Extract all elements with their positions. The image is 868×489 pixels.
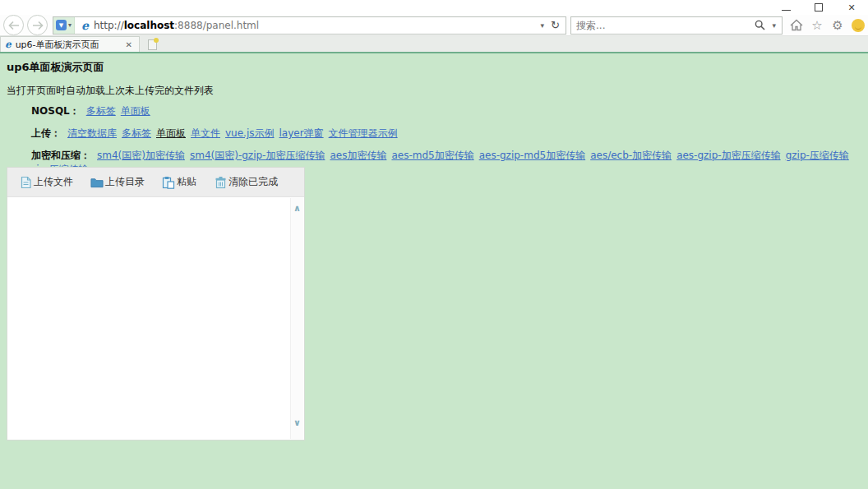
demo-link[interactable]: aes-md5加密传输 [391, 150, 473, 161]
upload-folder-icon [90, 176, 104, 189]
refresh-icon[interactable]: ↻ [551, 19, 560, 31]
upload-folder-button[interactable]: 上传目录 [87, 173, 148, 191]
close-icon: ✕ [847, 2, 855, 13]
search-box: ▾ [570, 16, 783, 35]
toolbar-button-label: 清除已完成 [229, 175, 278, 189]
search-icon[interactable] [755, 20, 765, 30]
toolbar-button-label: 上传目录 [105, 175, 145, 189]
demo-row-label: 上传： [31, 127, 61, 139]
paste-icon [162, 176, 175, 189]
forward-button[interactable] [27, 15, 48, 35]
scroll-up-icon[interactable]: ∧ [293, 204, 301, 213]
site-zone-button[interactable]: ▼ ▾ [53, 17, 75, 34]
demo-link[interactable]: 单文件 [191, 127, 220, 139]
home-button[interactable] [789, 18, 804, 33]
url-host: localhost [124, 20, 174, 31]
demo-link[interactable]: 多标签 [122, 127, 151, 139]
clear-completed-button[interactable]: 清除已完成 [210, 173, 281, 191]
forward-arrow-icon [32, 21, 44, 30]
demo-link[interactable]: sm4(国密)-gzip-加密压缩传输 [190, 150, 325, 161]
page-content: up6单面板演示页面 当打开页面时自动加载上次未上传完的文件列表 NOSQL：多… [0, 53, 868, 489]
demo-row-label: NOSQL： [31, 105, 80, 117]
maximize-icon [815, 3, 823, 12]
demo-link-row: 上传：清空数据库多标签单面板单文件vue.js示例layer弹窗文件管理器示例 [31, 127, 868, 141]
toolbar-button-label: 上传文件 [34, 175, 73, 189]
back-arrow-icon [8, 21, 20, 30]
feedback-button[interactable] [851, 18, 866, 33]
maximize-button[interactable] [814, 2, 824, 12]
new-tab-button[interactable] [143, 38, 161, 51]
demo-link[interactable]: aes-gzip-md5加密传输 [479, 150, 585, 161]
demo-link[interactable]: 清空数据库 [67, 127, 117, 139]
search-input[interactable] [571, 20, 749, 31]
minimize-icon [782, 5, 791, 11]
new-tab-icon [148, 39, 157, 50]
demo-link[interactable]: sm4(国密)加密传输 [97, 150, 185, 161]
star-icon: ☆ [811, 18, 822, 33]
gear-icon: ⚙ [832, 18, 843, 33]
clear-completed-icon [214, 176, 227, 189]
toolbar-button-label: 粘贴 [177, 175, 196, 189]
demo-link[interactable]: aes-gzip-加密压缩传输 [676, 150, 781, 161]
upload-file-list: ∧ ∨ [7, 197, 304, 440]
smiley-icon [852, 19, 865, 32]
demo-link[interactable]: 单面板 [121, 105, 150, 117]
upload-file-icon [19, 176, 32, 189]
site-favicon-icon: e [81, 19, 89, 32]
tab-favicon-icon: e [5, 39, 12, 50]
demo-link-row: NOSQL：多标签单面板 [31, 104, 868, 118]
address-bar[interactable]: ▼ ▾ e http://localhost:8888/panel.html ▾… [53, 16, 566, 35]
demo-row-label: 加密和压缩： [31, 150, 90, 161]
zone-caret-icon: ▾ [68, 21, 72, 29]
tab-bar: e up6-单面板演示页面 ✕ [0, 36, 868, 52]
demo-link[interactable]: 单面板 [156, 127, 186, 139]
browser-window: ✕ ▼ ▾ e http://localhost:8888/panel.html… [0, 0, 868, 489]
demo-link[interactable]: gzip-压缩传输 [786, 150, 849, 161]
url-protocol: http:// [94, 20, 124, 31]
favorites-button[interactable]: ☆ [810, 18, 824, 33]
navigation-bar: ▼ ▾ e http://localhost:8888/panel.html ▾… [0, 15, 868, 36]
home-icon [790, 19, 803, 31]
upload-file-button[interactable]: 上传文件 [16, 173, 76, 191]
demo-link[interactable]: aes加密传输 [330, 150, 386, 161]
paste-button[interactable]: 粘贴 [159, 173, 200, 191]
url-path: :8888/panel.html [174, 20, 259, 31]
settings-button[interactable]: ⚙ [830, 18, 845, 33]
back-button[interactable] [3, 15, 24, 35]
window-titlebar: ✕ [0, 0, 868, 15]
demo-link[interactable]: vue.js示例 [225, 127, 275, 139]
demo-link[interactable]: layer弹窗 [279, 127, 324, 139]
scrollbar[interactable]: ∧ ∨ [290, 198, 303, 439]
upload-toolbar: 上传文件上传目录粘贴清除已完成 [7, 168, 304, 197]
url-text[interactable]: http://localhost:8888/panel.html [94, 20, 535, 31]
demo-link[interactable]: aes/ecb-加密传输 [590, 150, 672, 161]
search-dropdown-icon[interactable]: ▾ [772, 21, 776, 30]
demo-link[interactable]: 文件管理器示例 [329, 127, 398, 139]
minimize-button[interactable] [781, 2, 791, 12]
page-subtitle: 当打开页面时自动加载上次未上传完的文件列表 [7, 84, 868, 98]
zone-icon: ▼ [56, 20, 67, 30]
upload-panel: 上传文件上传目录粘贴清除已完成 ∧ ∨ [7, 167, 305, 441]
demo-link[interactable]: 多标签 [86, 105, 116, 117]
close-button[interactable]: ✕ [847, 2, 856, 12]
page-title: up6单面板演示页面 [7, 60, 868, 75]
address-dropdown-icon[interactable]: ▾ [541, 21, 545, 30]
scroll-down-icon[interactable]: ∨ [293, 418, 301, 427]
tab-close-icon[interactable]: ✕ [123, 40, 135, 49]
tab-title: up6-单面板演示页面 [16, 39, 123, 51]
tab-up6-panel[interactable]: e up6-单面板演示页面 ✕ [0, 36, 140, 52]
